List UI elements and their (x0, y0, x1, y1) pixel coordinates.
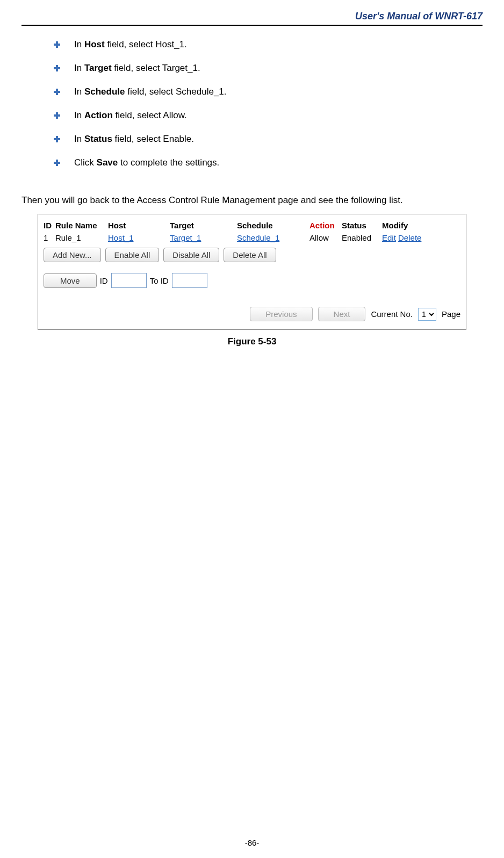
header-modify: Modify (382, 221, 436, 230)
figure-caption: Figure 5-53 (21, 336, 483, 347)
plus-bullet-icon (54, 65, 60, 71)
currentno-label: Current No. (371, 309, 413, 319)
edit-link[interactable]: Edit (382, 233, 396, 242)
plus-bullet-icon (54, 112, 60, 119)
bullet-text: In Status field, select Enable. (74, 134, 194, 145)
bullet-item: Click Save to complete the settings. (54, 157, 483, 168)
toid-label: To ID (150, 276, 169, 285)
move-button[interactable]: Move (44, 273, 97, 288)
host-link[interactable]: Host_1 (108, 233, 170, 242)
header-status: Status (342, 221, 382, 230)
disableall-button[interactable]: Disable All (163, 248, 219, 262)
bullet-text: Click Save to complete the settings. (74, 157, 219, 168)
page-select[interactable]: 1 (418, 308, 436, 321)
id-input[interactable] (111, 273, 147, 288)
table-row: 1 Rule_1 Host_1 Target_1 Schedule_1 Allo… (44, 233, 460, 242)
bullet-item: In Status field, select Enable. (54, 134, 483, 145)
bullet-item: In Schedule field, select Schedule_1. (54, 86, 483, 97)
bullet-item: In Action field, select Allow. (54, 110, 483, 121)
header-host: Host (108, 221, 170, 230)
delete-link[interactable]: Delete (398, 233, 421, 242)
bullet-item: In Host field, select Host_1. (54, 39, 483, 50)
figure-container: ID Rule Name Host Target Schedule Action… (38, 214, 466, 330)
svg-rect-11 (54, 162, 60, 164)
bullet-text: In Host field, select Host_1. (74, 39, 187, 50)
cell-status: Enabled (342, 233, 382, 242)
plus-bullet-icon (54, 89, 60, 95)
cell-modify: Edit Delete (382, 233, 436, 242)
move-row: Move ID To ID (44, 273, 460, 288)
table-header: ID Rule Name Host Target Schedule Action… (44, 221, 460, 230)
target-link[interactable]: Target_1 (170, 233, 237, 242)
header-schedule: Schedule (237, 221, 309, 230)
button-row: Add New... Enable All Disable All Delete… (44, 248, 460, 262)
cell-rulename: Rule_1 (55, 233, 108, 242)
page-label: Page (442, 309, 460, 319)
bullet-text: In Action field, select Allow. (74, 110, 187, 121)
deleteall-button[interactable]: Delete All (224, 248, 276, 262)
svg-rect-9 (54, 138, 60, 140)
bullet-text: In Schedule field, select Schedule_1. (74, 86, 227, 97)
schedule-link[interactable]: Schedule_1 (237, 233, 309, 242)
plus-bullet-icon (54, 41, 60, 48)
page-header: User's Manual of WNRT-617 (21, 11, 483, 26)
cell-id: 1 (44, 233, 55, 242)
pagination-row: Previous Next Current No. 1 Page (44, 307, 460, 321)
svg-rect-1 (54, 44, 60, 46)
bullet-list: In Host field, select Host_1. In Target … (54, 39, 483, 168)
addnew-button[interactable]: Add New... (44, 248, 101, 262)
header-rulename: Rule Name (55, 221, 108, 230)
header-id: ID (44, 221, 55, 230)
toid-input[interactable] (172, 273, 207, 288)
svg-rect-3 (54, 67, 60, 69)
bullet-text: In Target field, select Target_1. (74, 63, 200, 74)
page-number: -86- (0, 838, 504, 847)
cell-action: Allow (309, 233, 342, 242)
svg-rect-5 (54, 91, 60, 93)
previous-button[interactable]: Previous (250, 307, 312, 321)
bullet-item: In Target field, select Target_1. (54, 63, 483, 74)
header-action: Action (309, 221, 342, 230)
enableall-button[interactable]: Enable All (105, 248, 160, 262)
plus-bullet-icon (54, 136, 60, 142)
intro-text: Then you will go back to the Access Cont… (21, 195, 483, 206)
id-label: ID (100, 276, 108, 285)
header-target: Target (170, 221, 237, 230)
next-button[interactable]: Next (318, 307, 366, 321)
plus-bullet-icon (54, 160, 60, 166)
svg-rect-7 (54, 114, 60, 117)
